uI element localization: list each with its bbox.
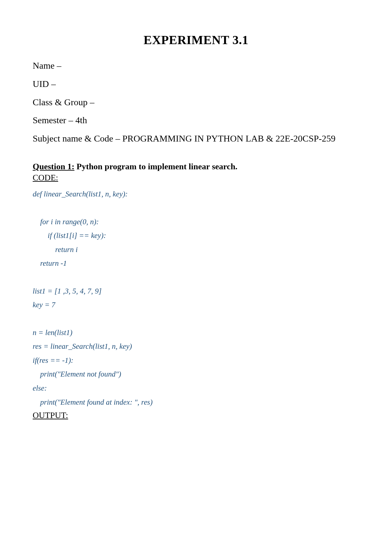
uid-field: UID – xyxy=(33,78,359,90)
document-title: EXPERIMENT 3.1 xyxy=(33,33,359,47)
code-line: n = len(list1) xyxy=(33,326,359,340)
code-line: if(res == -1): xyxy=(33,354,359,368)
code-line: for i in range(0, n): xyxy=(33,215,359,229)
output-label: OUTPUT: xyxy=(33,411,359,420)
code-line: print("Element not found") xyxy=(33,367,359,381)
question-heading: Question 1: Python program to implement … xyxy=(33,162,359,172)
code-line: list1 = [1 ,3, 5, 4, 7, 9] xyxy=(33,284,359,298)
code-blank-line xyxy=(33,271,359,284)
code-line: print("Element found at index: ", res) xyxy=(33,395,359,410)
code-label: CODE: xyxy=(33,173,359,183)
class-group-field: Class & Group – xyxy=(33,96,359,109)
subject-field: Subject name & Code – PROGRAMMING IN PYT… xyxy=(33,132,359,145)
question-label: Question 1: xyxy=(33,162,74,171)
name-field: Name – xyxy=(33,59,359,72)
code-line: else: xyxy=(33,381,359,395)
code-line: return -1 xyxy=(33,257,359,271)
code-blank-line xyxy=(33,201,359,215)
code-blank-line xyxy=(33,312,359,326)
semester-field: Semester – 4th xyxy=(33,114,359,126)
code-line: def linear_Search(list1, n, key): xyxy=(33,187,359,201)
question-section: Question 1: Python program to implement … xyxy=(33,162,359,420)
code-line: key = 7 xyxy=(33,298,359,312)
question-text: Python program to implement linear searc… xyxy=(74,162,237,171)
code-line: res = linear_Search(list1, n, key) xyxy=(33,340,359,354)
code-block: def linear_Search(list1, n, key): for i … xyxy=(33,187,359,409)
code-line: if (list1[i] == key): xyxy=(33,229,359,243)
code-line: return i xyxy=(33,243,359,257)
